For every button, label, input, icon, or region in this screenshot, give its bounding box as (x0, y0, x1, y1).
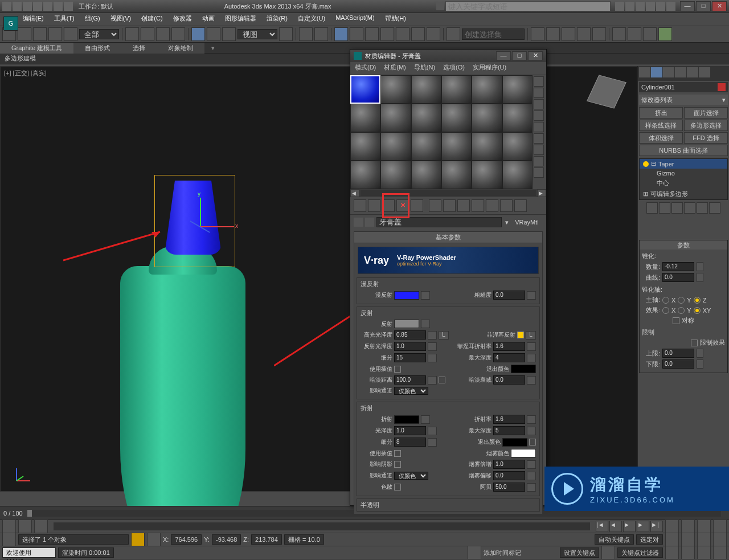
sample-slot[interactable] (472, 132, 502, 161)
ribbon-expand-icon[interactable]: ▾ (211, 44, 215, 52)
command-panel-tabs[interactable] (638, 66, 729, 81)
snap-b[interactable] (411, 27, 425, 41)
get-material-icon[interactable] (354, 199, 366, 212)
sample-slot[interactable] (441, 132, 472, 161)
sample-slot[interactable] (472, 75, 502, 104)
axis-x-radio[interactable] (662, 297, 669, 304)
manip-button[interactable] (299, 27, 313, 41)
angle-snap[interactable] (350, 27, 363, 41)
modifier-stack[interactable]: ⊟ Taper Gizmo 中心 ⊞ 可编辑多边形 (639, 158, 728, 200)
window-cross-button[interactable] (171, 27, 185, 41)
mat-menu-material[interactable]: 材质(M) (384, 63, 406, 73)
sample-slot[interactable] (380, 75, 411, 104)
title-utils[interactable] (615, 2, 675, 11)
snap-c[interactable] (427, 27, 440, 41)
dropper-icon[interactable] (365, 218, 374, 227)
snap-toggle[interactable] (334, 27, 348, 41)
trackbar[interactable] (54, 522, 590, 530)
menu-render[interactable]: 渲染(R) (267, 14, 288, 24)
go-parent-icon[interactable] (500, 199, 513, 212)
snap-a[interactable] (396, 27, 409, 41)
btn-vol-sel[interactable]: 体积选择 (639, 132, 683, 144)
tab-paint[interactable]: 对象绘制 (157, 43, 204, 54)
sample-scroll[interactable]: ◄► (350, 189, 546, 197)
sample-slot[interactable] (380, 161, 411, 189)
sample-slot[interactable] (380, 104, 411, 132)
y-coord[interactable]: -93.468 (212, 534, 241, 545)
percent-snap[interactable] (365, 27, 379, 41)
stack-tools[interactable] (638, 201, 729, 216)
menu-views[interactable]: 视图(V) (110, 14, 132, 24)
object-name-field[interactable]: Cylinder001 (639, 82, 728, 92)
material-name-input[interactable] (376, 217, 502, 227)
sample-slot[interactable] (441, 104, 472, 132)
axis-z-radio[interactable] (694, 297, 701, 304)
material-type-button[interactable]: VRayMtl (511, 219, 543, 226)
reflect-color-swatch[interactable] (394, 320, 419, 328)
sample-slot[interactable] (502, 104, 533, 132)
schematic-button[interactable] (592, 27, 606, 41)
amount-spinner[interactable]: -0.12 (662, 262, 694, 271)
setkey-button[interactable]: 设置关键点 (560, 547, 599, 558)
mirror-button[interactable] (531, 27, 544, 41)
align-button[interactable] (546, 27, 560, 41)
effect-x-radio[interactable] (662, 307, 669, 314)
fresnel-checkbox[interactable] (517, 332, 524, 338)
workbench-label[interactable]: 工作台: 默认 (79, 2, 113, 11)
sample-slot[interactable] (502, 132, 533, 161)
select-name-button[interactable] (141, 27, 154, 41)
key-icon[interactable] (601, 546, 615, 559)
mat-min-button[interactable]: — (496, 51, 511, 60)
window-buttons[interactable]: —□✕ (679, 1, 727, 11)
menu-help[interactable]: 帮助(H) (385, 14, 406, 24)
roughness-spinner[interactable]: 0.0 (493, 291, 525, 300)
named-sel-input[interactable] (462, 28, 525, 40)
keymode-button[interactable] (314, 27, 328, 41)
btn-spline-sel[interactable]: 样条线选择 (639, 120, 683, 131)
backlight-icon[interactable] (534, 88, 544, 98)
timeline-config-icon[interactable] (2, 520, 16, 533)
effect-xy-radio[interactable] (694, 307, 701, 314)
modifier-list-dropdown[interactable]: 修改器列表▾ (639, 95, 728, 105)
go-sibling-icon[interactable] (514, 199, 527, 212)
sample-slot[interactable] (441, 75, 472, 104)
menu-tools[interactable]: 工具(T) (54, 14, 75, 24)
diffuse-color-swatch[interactable] (394, 291, 419, 300)
menu-anim[interactable]: 动画 (202, 14, 215, 24)
viewcube[interactable] (587, 72, 626, 112)
help-search-input[interactable] (445, 1, 611, 11)
mat-menu-util[interactable]: 实用程序(U) (473, 63, 506, 73)
menu-modifiers[interactable]: 修改器 (173, 14, 192, 24)
render-button[interactable] (658, 27, 672, 41)
sample-slot[interactable] (502, 75, 533, 104)
autokey-button[interactable]: 自动关键点 (595, 534, 634, 545)
mat-menu-options[interactable]: 选项(O) (443, 63, 465, 73)
playback-controls[interactable]: |◄◄►►►| (596, 521, 663, 532)
sample-slot[interactable] (411, 104, 441, 132)
make-unique-icon[interactable] (429, 199, 441, 212)
btn-poly-sel[interactable]: 多边形选择 (684, 120, 728, 131)
sample-slot[interactable] (472, 161, 502, 189)
redo-button[interactable] (18, 27, 31, 41)
link-button[interactable] (33, 27, 47, 41)
tab-graphite[interactable]: Graphite 建模工具 (0, 43, 73, 54)
selected-dropdown[interactable]: 选定对 (636, 534, 663, 545)
material-editor-titlebar[interactable]: 材质编辑器 - 牙膏盖 —□✕ (350, 50, 546, 62)
tab-freeform[interactable]: 自由形式 (73, 43, 121, 54)
sample-slot[interactable] (350, 161, 380, 189)
lower-spinner[interactable]: 0.0 (662, 359, 694, 369)
sample-type-icon[interactable] (534, 76, 544, 87)
render-frame-button[interactable] (643, 27, 657, 41)
sample-slot[interactable] (350, 132, 380, 161)
sample-slot[interactable] (411, 75, 441, 104)
mat-menu-mode[interactable]: 模式(D) (355, 63, 376, 73)
show-end-result-icon[interactable] (486, 199, 498, 212)
btn-nurbs[interactable]: NURBS 曲面选择 (639, 145, 728, 156)
x-coord[interactable]: 764.596 (171, 534, 202, 545)
btn-ffd-sel[interactable]: FFD 选择 (684, 132, 728, 144)
viewport-label[interactable]: [+] [正交] [真实] (4, 69, 47, 77)
sample-slot[interactable] (411, 132, 441, 161)
sample-slot[interactable] (411, 161, 441, 189)
options-icon[interactable] (534, 145, 544, 155)
mat-close-button[interactable]: ✕ (528, 51, 543, 60)
